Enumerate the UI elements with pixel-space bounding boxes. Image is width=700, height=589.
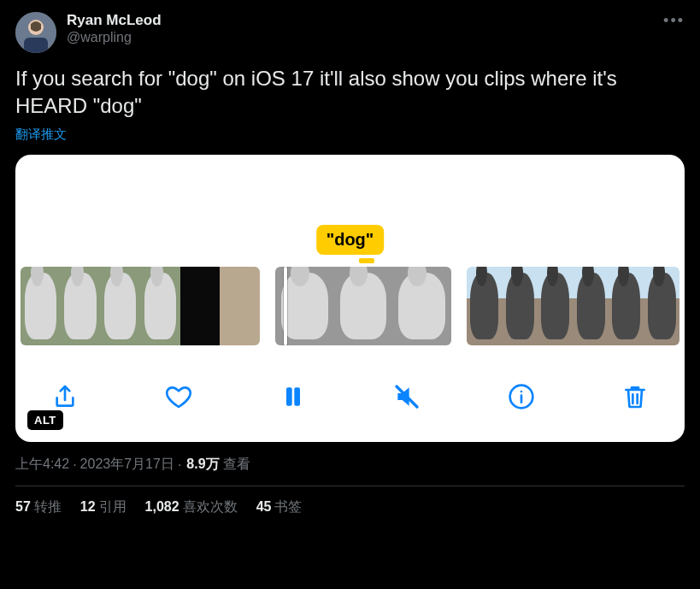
likes-stat[interactable]: 1,082喜欢次数	[145, 498, 238, 516]
heart-icon[interactable]	[160, 378, 197, 415]
pause-icon[interactable]	[274, 378, 312, 415]
more-button[interactable]: •••	[663, 12, 685, 30]
tweet-date[interactable]: 2023年7月17日	[80, 456, 174, 474]
media-card[interactable]: "dog"	[15, 155, 685, 442]
views-count[interactable]: 8.9万	[186, 456, 219, 474]
tweet-meta: 上午4:42 · 2023年7月17日 · 8.9万 查看	[15, 456, 685, 474]
playhead[interactable]	[284, 267, 287, 345]
divider	[15, 486, 685, 486]
handle[interactable]: @warpling	[67, 29, 162, 46]
tweet-header: Ryan McLeod @warpling	[15, 12, 685, 53]
stat-label: 喜欢次数	[183, 499, 238, 514]
svg-point-8	[520, 391, 522, 393]
timeline-marker	[359, 258, 374, 263]
translate-link[interactable]: 翻译推文	[15, 127, 685, 143]
search-token-label: "dog"	[316, 225, 385, 255]
tweet-text: If you search for "dog" on iOS 17 it'll …	[15, 65, 685, 120]
svg-rect-3	[286, 387, 292, 405]
display-name[interactable]: Ryan McLeod	[67, 12, 162, 29]
clip-group-active[interactable]	[275, 267, 451, 345]
stat-label: 引用	[99, 499, 126, 514]
info-icon[interactable]	[503, 378, 540, 415]
speaker-muted-icon[interactable]	[388, 378, 426, 415]
bookmarks-stat[interactable]: 45书签	[256, 498, 303, 516]
retweets-stat[interactable]: 57转推	[15, 498, 62, 516]
avatar[interactable]	[15, 12, 56, 53]
tweet-container: Ryan McLeod @warpling ••• If you search …	[0, 0, 700, 528]
stat-count: 1,082	[145, 499, 179, 514]
stat-count: 57	[15, 499, 31, 514]
meta-separator: ·	[178, 457, 181, 473]
stat-count: 45	[256, 499, 272, 514]
clip-group[interactable]	[21, 267, 260, 345]
trash-icon[interactable]	[616, 378, 654, 415]
tweet-stats: 57转推 12引用 1,082喜欢次数 45书签	[15, 498, 685, 516]
stat-label: 书签	[274, 499, 302, 514]
clip-group[interactable]	[467, 267, 679, 345]
video-timeline[interactable]	[15, 267, 685, 345]
stat-label: 转推	[34, 499, 62, 514]
stat-count: 12	[80, 499, 96, 514]
svg-rect-4	[294, 387, 300, 405]
media-toolbar	[15, 370, 685, 423]
tweet-time[interactable]: 上午4:42	[15, 456, 69, 474]
meta-separator: ·	[73, 457, 76, 473]
quotes-stat[interactable]: 12引用	[80, 498, 126, 516]
views-label: 查看	[223, 456, 250, 474]
svg-rect-2	[24, 38, 48, 53]
alt-badge[interactable]: ALT	[27, 410, 63, 430]
author-names: Ryan McLeod @warpling	[67, 12, 162, 46]
